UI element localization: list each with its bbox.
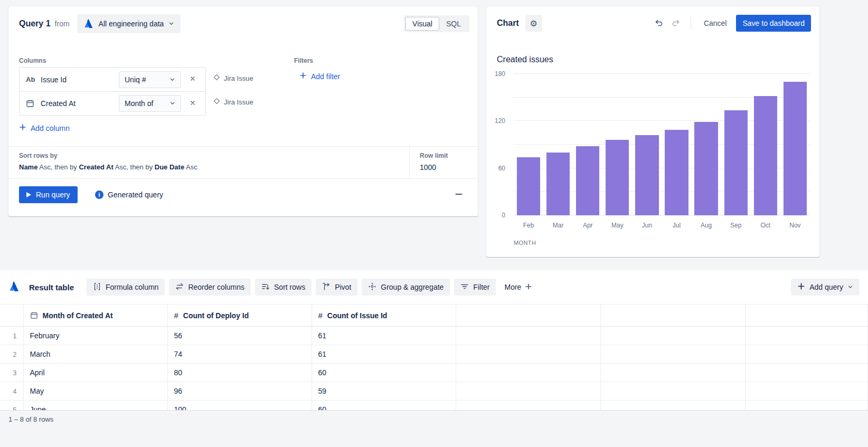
sort-rows-label: Sort rows by	[19, 152, 58, 159]
divider	[8, 146, 478, 147]
table-cell[interactable]: 74	[167, 345, 312, 364]
bar-jul[interactable]	[665, 130, 688, 215]
atlassian-logo-icon	[83, 18, 94, 30]
column-source: Jira Issue	[213, 74, 253, 82]
add-filter-button[interactable]: Add filter	[299, 72, 340, 81]
aggregation-select-created-at[interactable]: Month of	[119, 95, 181, 112]
x-tick-label: Feb	[514, 222, 543, 229]
sort-rows-button[interactable]: Sort rows	[255, 279, 312, 296]
table-row[interactable]: 2March7461	[0, 345, 868, 364]
table-cell[interactable]: March	[23, 345, 167, 364]
reorder-columns-button[interactable]: Reorder columns	[169, 279, 251, 296]
chevron-down-icon	[169, 75, 175, 84]
bar-jun[interactable]	[635, 135, 658, 215]
add-query-button[interactable]: Add query	[791, 279, 860, 296]
bar-oct[interactable]	[754, 96, 777, 215]
collapse-button[interactable]	[450, 186, 467, 203]
table-cell[interactable]: 100	[167, 401, 312, 411]
chart-settings-button[interactable]: ⚙	[525, 15, 542, 32]
table-cell[interactable]: 80	[167, 364, 312, 382]
save-to-dashboard-button[interactable]: Save to dashboard	[736, 15, 811, 32]
table-cell[interactable]: 96	[167, 382, 312, 401]
tab-visual[interactable]: Visual	[405, 17, 439, 31]
column-header-month-of-created-at[interactable]: Month of Created At	[23, 305, 167, 327]
bar-nov[interactable]	[784, 82, 807, 215]
column-row-issue-id: Ab Issue Id Uniq #	[20, 68, 205, 91]
pivot-button[interactable]: Pivot	[316, 279, 357, 296]
bar-may[interactable]	[606, 140, 629, 215]
table-cell[interactable]: 61	[312, 327, 456, 345]
button-label: Reorder columns	[188, 283, 244, 291]
result-table-section: Result table Formula column Reorder colu…	[0, 270, 868, 410]
x-tick-label: Aug	[692, 222, 721, 229]
divider	[409, 146, 410, 178]
table-cell[interactable]: 56	[167, 327, 312, 345]
divider	[691, 17, 691, 30]
minus-icon	[455, 190, 463, 200]
table-row[interactable]: 5June10060	[0, 401, 868, 411]
table-row[interactable]: 4May9659	[0, 382, 868, 401]
button-label: Formula column	[106, 283, 158, 291]
table-cell[interactable]: February	[23, 327, 167, 345]
table-header-row: Month of Created At # Count of Deploy Id…	[0, 305, 868, 327]
query-title: Query 1	[19, 19, 51, 28]
formula-column-icon	[93, 282, 101, 292]
group-aggregate-button[interactable]: Group & aggregate	[362, 279, 450, 296]
table-cell[interactable]: 59	[312, 382, 456, 401]
formula-column-button[interactable]: Formula column	[87, 279, 165, 296]
result-table-title: Result table	[29, 283, 74, 292]
bar-mar[interactable]	[546, 153, 570, 215]
more-button[interactable]: More	[500, 279, 536, 296]
column-name: Created At	[41, 99, 119, 108]
cancel-button[interactable]: Cancel	[697, 16, 733, 31]
column-header-count-of-issue-id[interactable]: # Count of Issue Id	[312, 305, 456, 327]
undo-button[interactable]	[650, 15, 667, 32]
tab-sql[interactable]: SQL	[439, 17, 468, 31]
empty-cell	[745, 401, 868, 411]
chevron-down-icon	[168, 20, 174, 28]
column-header-count-of-deploy-id[interactable]: # Count of Deploy Id	[167, 305, 312, 327]
atlassian-logo-icon	[8, 280, 20, 294]
table-cell[interactable]: June	[23, 401, 167, 411]
query-panel-header: Query 1 from All engineering data Visual…	[19, 14, 469, 33]
table-row[interactable]: 1February5661	[0, 327, 868, 345]
sort-part: Asc, then by	[37, 163, 79, 171]
empty-cell	[745, 327, 868, 345]
table-cell[interactable]: May	[23, 382, 167, 401]
sort-value[interactable]: Name Asc, then by Created At Asc, then b…	[19, 163, 197, 171]
reorder-columns-icon	[175, 282, 184, 292]
empty-cell	[600, 345, 745, 364]
editor-section: Query 1 from All engineering data Visual…	[0, 0, 868, 270]
plus-icon	[19, 123, 26, 132]
calendar-icon	[26, 99, 41, 108]
bar-sep[interactable]	[724, 110, 748, 216]
run-query-button[interactable]: Run query	[19, 186, 78, 203]
result-table: Month of Created At # Count of Deploy Id…	[0, 304, 868, 410]
x-tick-label: Nov	[780, 222, 810, 229]
filters-label: Filters	[294, 57, 313, 64]
table-cell[interactable]: 61	[312, 345, 456, 364]
aggregation-select-issue-id[interactable]: Uniq #	[119, 71, 181, 88]
bar-aug[interactable]	[694, 122, 718, 215]
row-number: 5	[0, 401, 23, 411]
bar-feb[interactable]	[517, 157, 540, 215]
table-cell[interactable]: 60	[312, 401, 456, 411]
datasource-dropdown[interactable]: All engineering data	[77, 14, 181, 33]
gear-icon: ⚙	[530, 18, 537, 28]
table-cell[interactable]: April	[23, 364, 167, 382]
remove-column-button[interactable]	[185, 96, 200, 111]
add-column-button[interactable]: Add column	[19, 123, 70, 132]
table-row[interactable]: 3April8060	[0, 364, 868, 382]
chevron-down-icon	[847, 283, 853, 291]
table-cell[interactable]: 60	[312, 364, 456, 382]
undo-icon	[655, 18, 663, 28]
redo-button[interactable]	[667, 15, 684, 32]
bar-apr[interactable]	[576, 146, 599, 215]
info-icon: i	[95, 191, 103, 199]
aggregation-value: Month of	[125, 99, 153, 108]
sort-part: Created At	[79, 163, 113, 171]
remove-column-button[interactable]	[185, 72, 200, 87]
close-icon	[190, 100, 196, 108]
row-limit-value[interactable]: 1000	[420, 163, 436, 172]
filter-button[interactable]: Filter	[454, 279, 496, 296]
